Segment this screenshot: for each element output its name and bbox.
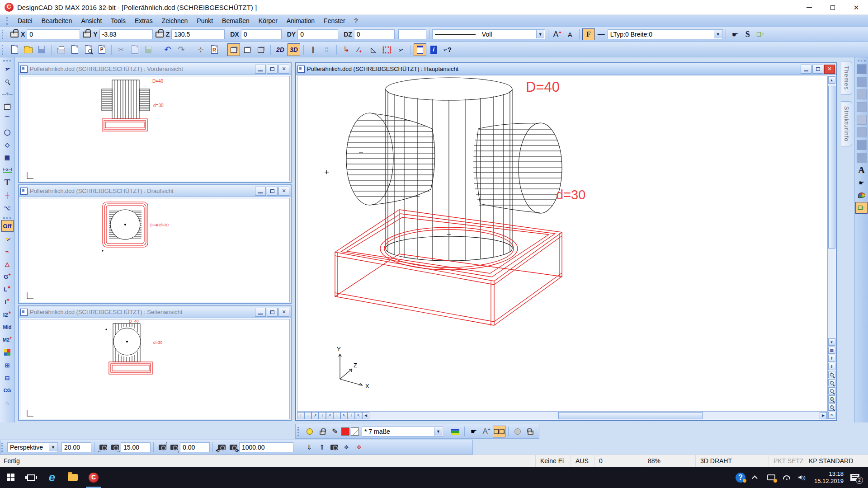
prism-icon[interactable]: △ <box>1 258 14 270</box>
print-button[interactable] <box>55 43 67 56</box>
view-nav-up-icon[interactable]: ↑ <box>297 412 304 419</box>
menu-datei[interactable]: Datei <box>13 16 37 26</box>
scroll-right-icon[interactable]: ▶ <box>820 412 827 419</box>
grid-toggle-icon[interactable]: ▦ <box>828 347 835 354</box>
context-help-button[interactable]: ➢? <box>441 43 453 56</box>
color-swatch-7[interactable] <box>857 140 867 150</box>
chevron-down-icon[interactable]: ▼ <box>536 30 544 38</box>
midpoint2-snap-button[interactable]: M2+ <box>1 334 14 346</box>
lock-x-icon[interactable] <box>10 32 19 38</box>
x-input[interactable]: 0 <box>27 29 80 39</box>
lock-z-icon[interactable] <box>156 32 164 38</box>
info-box-button[interactable]: i <box>427 43 440 56</box>
gravity-move-icon[interactable]: ⊹ <box>194 43 207 56</box>
z-input[interactable]: 130.5 <box>171 29 225 39</box>
zoom-previous-icon[interactable]: ← <box>828 404 835 411</box>
layer-visible-bulb-icon[interactable] <box>303 426 316 437</box>
circle-tool-icon[interactable]: ◯ <box>1 126 14 138</box>
display-icon[interactable] <box>764 467 779 488</box>
pointer-snap-icon[interactable]: ➢ <box>394 43 407 56</box>
font-button[interactable]: F <box>582 28 595 40</box>
solid-mode-button[interactable] <box>227 43 240 56</box>
layer-stack-icon[interactable] <box>449 426 462 437</box>
palette-icon[interactable] <box>855 189 868 201</box>
vertical-scroll-thumb[interactable] <box>828 86 835 249</box>
menu-zeichnen[interactable]: Zeichnen <box>157 16 193 26</box>
menu-bearbeiten[interactable]: Bearbeiten <box>37 16 77 26</box>
horizontal-scroll-thumb[interactable] <box>558 412 703 419</box>
color-swatch-8[interactable] <box>857 153 867 163</box>
line-snap-button[interactable]: L✶ <box>1 283 14 295</box>
color-grid-icon[interactable] <box>1 347 14 358</box>
color-swatch-3[interactable] <box>857 89 867 99</box>
duplicate-pages-icon[interactable]: ❏❏ <box>493 426 505 437</box>
side-view-canvas[interactable]: D=40 d=30 <box>20 319 290 419</box>
page-up-view-icon[interactable]: ⇞ <box>828 355 835 362</box>
camera-view-button[interactable] <box>328 441 340 453</box>
close-icon[interactable]: ✕ <box>824 65 835 74</box>
main-horizontal-scrollbar[interactable]: ↑ → ↗ ↑ ↗ ↑ ↖ ↑ ↖ ◀ ▶ <box>297 411 827 419</box>
ltyp-breite-dropdown[interactable]: LTyp:0 Breite:0 ▼ <box>608 29 723 39</box>
menu-ansicht[interactable]: Ansicht <box>76 16 106 26</box>
polygon-tool-icon[interactable]: ◇ <box>1 139 14 150</box>
edge-browser-icon[interactable]: e <box>42 467 62 488</box>
magic-wand-icon[interactable]: ⌁ <box>1 245 14 257</box>
redo-button[interactable]: ↷ <box>175 43 188 56</box>
rotate-left-camera-button[interactable]: ⟲ <box>216 441 227 453</box>
designcad-taskbar-icon[interactable] <box>83 467 104 488</box>
horizontal-scroll-track[interactable] <box>369 412 820 419</box>
view-nav-up2-icon[interactable]: ↑ <box>319 412 326 419</box>
intersect2-snap-button[interactable]: I2✶ <box>1 309 14 320</box>
save-button[interactable] <box>35 43 48 56</box>
main-view-titlebar[interactable]: Pollerähnlich.dcd (SCHREIBGESCHÜTZT) : H… <box>296 63 836 75</box>
arc-tool-icon[interactable]: ⌒ <box>1 113 14 125</box>
zoom-out-icon[interactable]: − <box>828 379 835 386</box>
top-view-canvas[interactable]: D=40d=30 <box>20 198 290 302</box>
paste-icon[interactable] <box>142 43 155 56</box>
scroll-down-icon[interactable]: ▼ <box>828 338 835 346</box>
copy-attributes-button[interactable]: ❏↑ <box>855 202 868 214</box>
scroll-left-icon[interactable]: ◀ <box>362 412 369 419</box>
text-attribute-button[interactable]: A <box>855 164 868 176</box>
menu-punkt[interactable]: Punkt <box>192 16 217 26</box>
menu-tools[interactable]: Tools <box>106 16 130 26</box>
pan-right-camera-button[interactable]: → <box>109 441 121 453</box>
show-hidden-icons-chevron[interactable] <box>748 467 764 488</box>
move-target-icon[interactable]: ✥ <box>353 441 365 453</box>
y-input[interactable]: -3.83 <box>99 29 153 39</box>
intersect-snap-button[interactable]: I✶ <box>1 296 14 308</box>
close-button[interactable]: ✕ <box>844 0 868 15</box>
wifi-icon[interactable] <box>779 467 794 488</box>
view-nav-right-icon[interactable]: → <box>304 412 311 419</box>
new-file-button[interactable] <box>8 43 21 56</box>
layer-edit-pencil-icon[interactable]: ✎ <box>329 426 341 437</box>
page-down-view-icon[interactable]: ⇟ <box>828 363 835 370</box>
chevron-down-icon[interactable]: ▼ <box>49 443 57 451</box>
hand-pointer-icon[interactable]: ☛ <box>729 28 741 40</box>
lock-closed-icon[interactable] <box>524 426 537 437</box>
minimize-icon[interactable] <box>801 65 811 74</box>
bulb-off-icon[interactable] <box>511 426 524 437</box>
pan-left-camera-button[interactable]: ← <box>97 441 109 453</box>
volume-icon[interactable]: )) <box>794 467 810 488</box>
zoom-in-icon[interactable]: + <box>828 371 835 378</box>
menu-koerper[interactable]: Körper <box>254 16 282 26</box>
paste-attributes-button[interactable]: ❏↑ <box>754 28 767 40</box>
dimension-tool-icon[interactable]: ⊢x⊣ <box>1 164 14 176</box>
hand-pointer-icon[interactable]: ☛ <box>855 177 868 188</box>
crosshair-tool-icon[interactable]: ┼ <box>1 189 14 201</box>
line-snap-icon[interactable]: ∕✦ <box>354 43 366 56</box>
line-query-icon[interactable]: —?— <box>1 88 14 100</box>
blue-grid2-icon[interactable]: ⊟ <box>1 372 14 384</box>
box-3d-icon[interactable] <box>1 101 14 113</box>
chevron-down-icon[interactable]: ▼ <box>714 30 722 38</box>
hatch-grid-icon[interactable]: ▦ <box>1 151 14 163</box>
color-swatch-5[interactable] <box>857 115 867 125</box>
scroll-up-icon[interactable]: ▲ <box>828 76 835 84</box>
view-nav-upleft-icon[interactable]: ↖ <box>340 412 348 419</box>
menu-extras[interactable]: Extras <box>130 16 157 26</box>
open-file-button[interactable] <box>22 43 34 56</box>
pan-view-icon[interactable]: ¤ <box>828 412 835 419</box>
rotate-right-camera-button[interactable]: ⟳ <box>227 441 239 453</box>
hidden-lines-icon[interactable]: ⁞⁞ <box>321 43 333 56</box>
